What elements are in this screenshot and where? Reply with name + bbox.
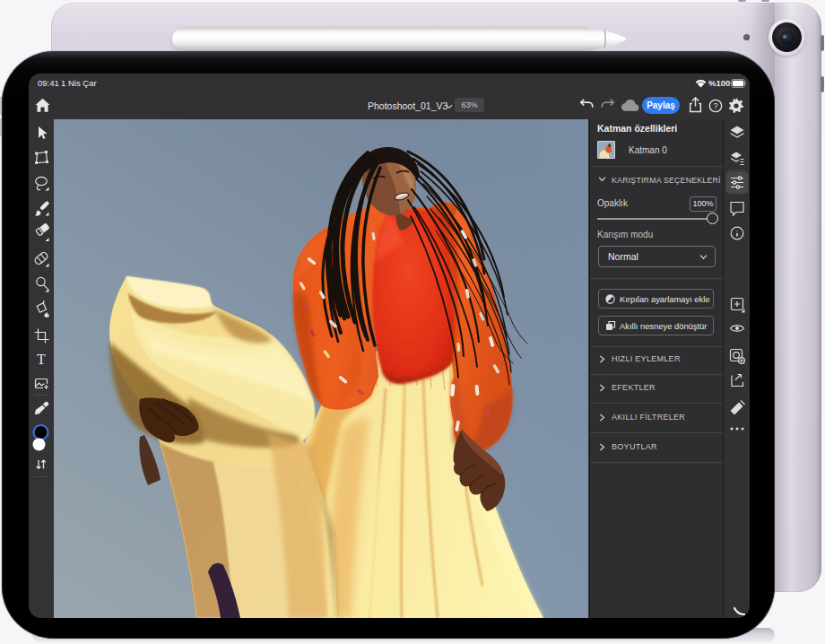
svg-text:?: ? (713, 101, 717, 110)
svg-text:T: T (37, 352, 46, 367)
